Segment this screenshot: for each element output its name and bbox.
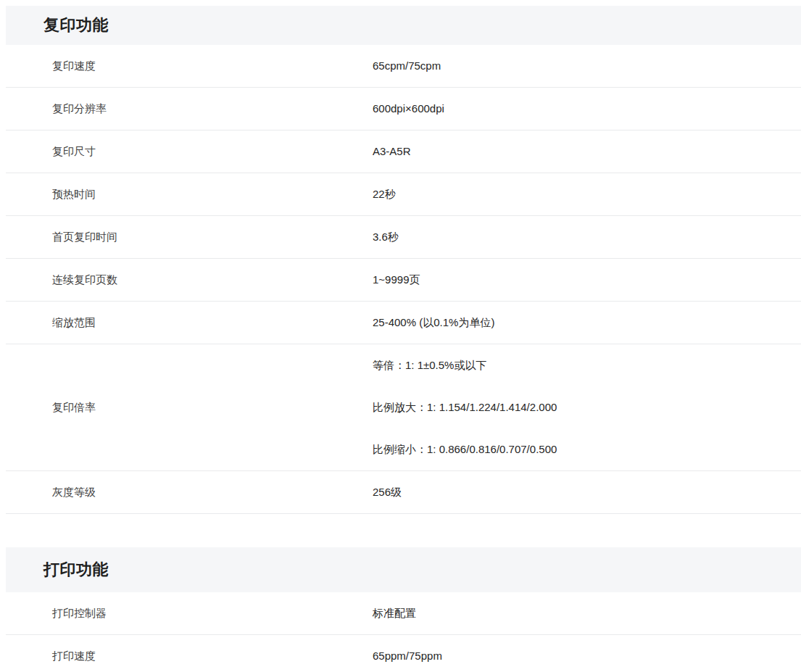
spec-row: 复印倍率 等倍：1: 1±0.5%或以下比例放大：1: 1.154/1.224/… [6,344,801,471]
row-label: 复印倍率 [6,344,373,470]
row-label: 首页复印时间 [6,216,373,258]
spec-page: 复印功能 复印速度 65cpm/75cpm 复印分辨率 600dpi×600dp… [6,6,801,672]
row-value-line: 比例放大：1: 1.154/1.224/1.414/2.000 [373,386,557,428]
row-values: 标准配置 [373,592,416,634]
row-values: 256级 [373,471,402,513]
row-label: 复印速度 [6,45,373,87]
spec-row: 复印分辨率 600dpi×600dpi [6,88,801,130]
row-values: 65ppm/75ppm [373,635,442,672]
row-value-line: 1~9999页 [373,259,420,301]
row-value-line: 65cpm/75cpm [373,45,441,87]
row-values: 1~9999页 [373,259,420,301]
section-rows: 复印速度 65cpm/75cpm 复印分辨率 600dpi×600dpi 复印尺… [6,45,801,514]
row-label: 缩放范围 [6,302,373,344]
row-value-line: 22秒 [373,173,396,215]
spec-row: 首页复印时间 3.6秒 [6,216,801,259]
section-header: 复印功能 [6,6,801,45]
section-title: 复印功能 [43,14,109,36]
section-title: 打印功能 [43,559,109,581]
row-value-line: 256级 [373,471,402,513]
row-values: 等倍：1: 1±0.5%或以下比例放大：1: 1.154/1.224/1.414… [373,344,557,470]
row-label: 复印分辨率 [6,88,373,130]
spec-row: 灰度等级 256级 [6,471,801,514]
row-values: A3-A5R [373,130,411,173]
row-value-line: 25-400% (以0.1%为单位) [373,302,494,344]
row-values: 600dpi×600dpi [373,88,444,130]
row-value-line: 3.6秒 [373,216,399,258]
spec-row: 复印尺寸 A3-A5R [6,130,801,173]
row-value-line: 等倍：1: 1±0.5%或以下 [373,344,557,386]
row-label: 打印速度 [6,635,373,672]
section-header: 打印功能 [6,547,801,592]
row-label: 预热时间 [6,173,373,215]
row-value-line: A3-A5R [373,130,411,173]
row-values: 65cpm/75cpm [373,45,441,87]
row-values: 25-400% (以0.1%为单位) [373,302,494,344]
spec-row: 缩放范围 25-400% (以0.1%为单位) [6,302,801,344]
row-value-line: 比例缩小：1: 0.866/0.816/0.707/0.500 [373,428,557,470]
row-label: 打印控制器 [6,592,373,634]
spec-row: 连续复印页数 1~9999页 [6,259,801,302]
spec-row: 复印速度 65cpm/75cpm [6,45,801,88]
row-value-line: 600dpi×600dpi [373,88,444,130]
row-value-line: 65ppm/75ppm [373,635,442,672]
spec-section: 复印功能 复印速度 65cpm/75cpm 复印分辨率 600dpi×600dp… [6,6,801,514]
spec-row: 预热时间 22秒 [6,173,801,216]
row-label: 灰度等级 [6,471,373,513]
spec-row: 打印速度 65ppm/75ppm [6,635,801,672]
spec-section: 打印功能 打印控制器 标准配置 打印速度 65ppm/75ppm [6,547,801,672]
spec-row: 打印控制器 标准配置 [6,592,801,635]
row-label: 连续复印页数 [6,259,373,301]
row-values: 22秒 [373,173,396,215]
row-label: 复印尺寸 [6,130,373,173]
section-rows: 打印控制器 标准配置 打印速度 65ppm/75ppm [6,592,801,672]
row-values: 3.6秒 [373,216,399,258]
row-value-line: 标准配置 [373,592,416,634]
